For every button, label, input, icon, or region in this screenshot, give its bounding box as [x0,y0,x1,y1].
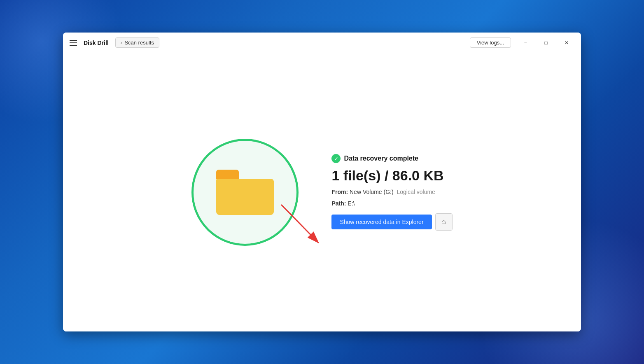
folder-tab [216,170,239,179]
status-row: ✓ Data recovery complete [331,154,452,163]
window-controls: View logs... − □ ✕ [470,36,576,49]
from-row: From: New Volume (G:) Logical volume [331,189,452,195]
minimize-button[interactable]: − [516,36,535,49]
maximize-button[interactable]: □ [537,36,555,49]
show-explorer-button[interactable]: Show recovered data in Explorer [331,215,432,229]
status-text: Data recovery complete [344,155,418,162]
breadcrumb-label: Scan results [124,40,154,46]
chevron-left-icon: ‹ [121,40,122,45]
center-layout: ✓ Data recovery complete 1 file(s) / 86.… [191,139,452,246]
menu-button[interactable] [68,38,79,47]
from-volume: New Volume (G:) [350,189,394,195]
folder-circle [191,139,299,246]
path-row: Path: E:\ [331,200,452,207]
actions-row: Show recovered data in Explorer ⌂ [331,213,452,231]
from-type: Logical volume [397,189,435,195]
check-icon: ✓ [331,154,341,163]
files-count: 1 file(s) / 86.0 KB [331,168,452,183]
folder-body [216,179,274,215]
home-icon: ⌂ [441,217,446,226]
view-logs-button[interactable]: View logs... [470,37,511,48]
folder-icon [216,170,274,215]
home-button[interactable]: ⌂ [435,213,453,231]
info-panel: ✓ Data recovery complete 1 file(s) / 86.… [331,154,452,230]
title-bar: Disk Drill ‹ Scan results View logs... −… [63,33,581,53]
app-title: Disk Drill [84,40,109,46]
app-window: Disk Drill ‹ Scan results View logs... −… [63,33,581,331]
main-content: ✓ Data recovery complete 1 file(s) / 86.… [63,53,581,331]
breadcrumb-button[interactable]: ‹ Scan results [115,37,159,48]
close-button[interactable]: ✕ [557,36,576,49]
path-value: E:\ [348,200,355,207]
path-label: Path: [331,200,346,207]
from-label: From: [331,189,348,195]
